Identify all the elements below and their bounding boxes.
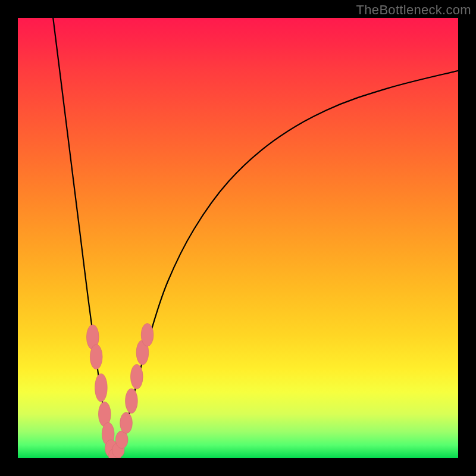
chart-svg xyxy=(18,18,458,458)
chart-marker xyxy=(98,402,111,426)
chart-marker xyxy=(112,443,124,458)
chart-marker xyxy=(115,431,128,449)
chart-marker xyxy=(108,449,121,458)
chart-marker xyxy=(105,440,118,458)
curve-right-branch xyxy=(115,71,458,458)
chart-marker xyxy=(102,422,114,445)
curve-left-branch xyxy=(53,18,115,458)
chart-marker xyxy=(126,389,138,413)
chart-frame: TheBottleneck.com xyxy=(0,0,476,476)
chart-markers xyxy=(86,324,153,458)
chart-marker xyxy=(141,324,154,346)
chart-marker xyxy=(136,340,149,365)
chart-plot-area xyxy=(18,18,458,458)
chart-marker xyxy=(95,374,108,402)
watermark-text: TheBottleneck.com xyxy=(356,2,471,18)
chart-marker xyxy=(120,412,133,434)
chart-marker xyxy=(90,345,102,369)
chart-marker xyxy=(86,325,99,349)
chart-marker xyxy=(130,364,143,389)
